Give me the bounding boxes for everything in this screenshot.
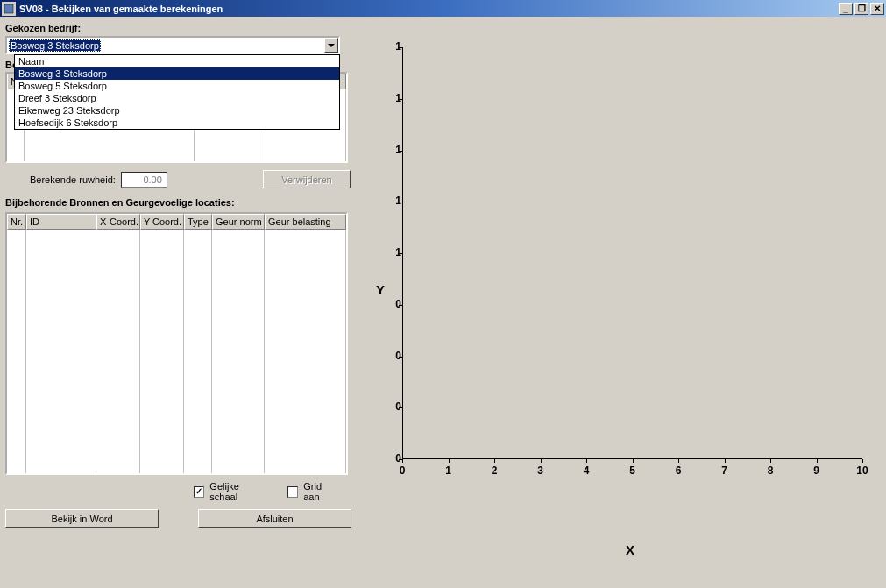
dropdown-item[interactable]: Dreef 3 Steksdorp [15,92,339,104]
x-tick [817,459,818,463]
x-tick-label: 3 [532,464,549,477]
dropdown-header: Naam [15,55,339,67]
x-tick-label: 6 [670,464,687,477]
y-tick-label: 1 [375,92,401,104]
sources-th[interactable]: Geur belasting [265,214,346,230]
close-button[interactable]: ✕ [870,3,884,15]
app-icon [2,2,16,16]
sources-th[interactable]: Type [184,214,212,230]
grid-on-label: Grid aan [303,481,338,502]
equal-scale-checkbox[interactable] [194,486,204,498]
y-tick-label: 1 [375,40,401,53]
remove-button[interactable]: Verwijderen [263,170,351,188]
y-tick-label: 1 [375,195,401,207]
svg-rect-0 [4,4,13,13]
sources-th[interactable]: Nr. [7,214,26,230]
chart-panel: Y X 012345678910000011111 [354,21,881,584]
x-tick-label: 1 [440,464,457,477]
minimize-button[interactable]: _ [839,3,853,15]
plot-area [402,47,862,459]
dropdown-item[interactable]: Bosweg 5 Steksdorp [15,80,339,92]
x-tick [449,459,450,463]
roughness-row: Berekende ruwheid: Verwijderen [5,170,354,188]
dropdown-item[interactable]: Bosweg 3 Steksdorp [15,67,339,80]
checkbox-row: Gelijke schaal Grid aan [194,481,354,502]
xy-chart: Y X 012345678910000011111 [363,21,871,564]
x-axis-title: X [626,542,634,557]
x-tick [586,459,587,463]
x-tick [402,459,403,463]
dropdown-item[interactable]: Hoefsedijk 6 Steksdorp [15,117,339,129]
x-tick [494,459,495,463]
y-axis-title: Y [376,282,385,297]
grid-on-checkbox[interactable] [287,486,298,498]
x-tick-label: 9 [808,464,826,477]
x-tick [862,459,863,463]
y-axis-line [402,47,403,459]
sources-th[interactable]: Geur norm [212,214,265,230]
y-tick-label: 0 [375,350,401,362]
company-dropdown: Naam Bosweg 3 Steksdorp Bosweg 5 Steksdo… [14,54,340,130]
sources-label: Bijbehorende Bronnen en Geurgevoelige lo… [5,197,354,208]
company-selected-value: Bosweg 3 Steksdorp [9,39,101,52]
x-tick [541,459,542,463]
chosen-company-label: Gekozen bedrijf: [5,23,354,33]
y-tick-label: 0 [375,400,401,413]
window-title: SV08 - Bekijken van gemaakte berekeninge… [19,4,837,14]
y-tick-label: 0 [375,298,401,310]
x-tick-label: 4 [578,464,595,477]
y-tick-label: 0 [375,452,401,464]
y-tick-label: 1 [375,144,401,156]
x-tick-label: 8 [762,464,779,477]
x-tick [725,459,726,463]
bottom-buttons: Bekijk in Word Afsluiten [5,509,354,528]
chevron-down-icon[interactable] [324,38,338,53]
close-dialog-button[interactable]: Afsluiten [198,509,351,528]
x-tick-label: 5 [624,464,641,477]
dropdown-item[interactable]: Eikenweg 23 Steksdorp [15,104,339,117]
x-tick [770,459,771,463]
left-panel: Gekozen bedrijf: Bosweg 3 Steksdorp Naam… [5,21,354,584]
sources-table[interactable]: Nr. ID X-Coord. Y-Coord. Type Geur norm … [5,212,348,475]
x-tick [633,459,634,463]
sources-th[interactable]: X-Coord. [96,214,140,230]
x-tick [678,459,679,463]
titlebar: SV08 - Bekijken van gemaakte berekeninge… [0,0,886,17]
x-tick-label: 2 [486,464,503,477]
x-tick-label: 10 [854,464,871,477]
roughness-label: Berekende ruwheid: [30,174,116,185]
restore-button[interactable]: ❐ [854,3,868,15]
roughness-input[interactable] [121,172,167,188]
company-combobox[interactable]: Bosweg 3 Steksdorp Naam Bosweg 3 Steksdo… [5,36,340,54]
equal-scale-label: Gelijke schaal [209,481,266,502]
window-content: Gekozen bedrijf: Bosweg 3 Steksdorp Naam… [0,17,886,588]
y-tick-label: 1 [375,246,401,259]
view-in-word-button[interactable]: Bekijk in Word [5,509,159,528]
x-tick-label: 7 [716,464,734,477]
x-tick-label: 0 [393,464,411,477]
company-combobox-field[interactable]: Bosweg 3 Steksdorp [5,36,340,54]
sources-th[interactable]: ID [26,214,96,230]
sources-th[interactable]: Y-Coord. [140,214,184,230]
